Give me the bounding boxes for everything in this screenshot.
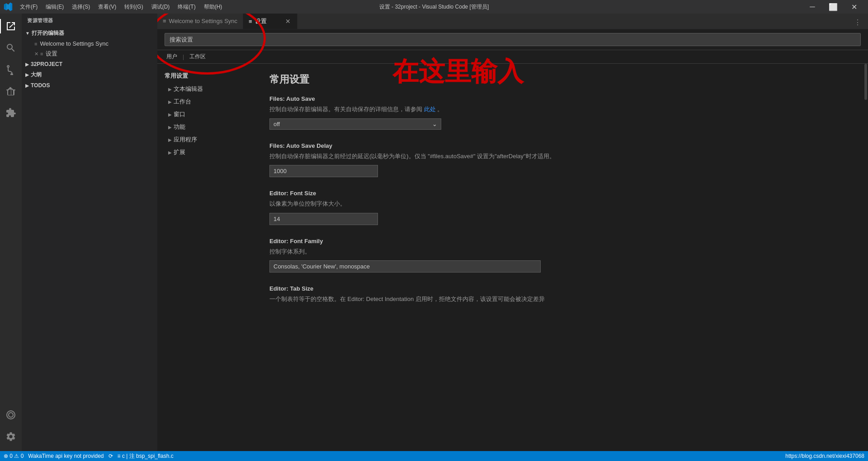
activity-bar xyxy=(0,14,22,451)
font-size-input[interactable] xyxy=(269,213,378,225)
nav-features-chevron: ▶ xyxy=(168,125,172,130)
nav-workbench[interactable]: ▶ 工作台 xyxy=(157,95,257,108)
nav-extensions-label: 扩展 xyxy=(174,148,185,156)
settings-search-input[interactable] xyxy=(165,33,861,46)
vscode-logo-icon xyxy=(4,2,13,11)
settings-file-icon: ≡ xyxy=(40,51,43,56)
nav-application-chevron: ▶ xyxy=(168,137,172,142)
title-bar: 文件(F) 编辑(E) 选择(S) 查看(V) 转到(G) 调试(D) 终端(T… xyxy=(0,0,868,14)
nav-features[interactable]: ▶ 功能 xyxy=(157,121,257,133)
nav-text-editor[interactable]: ▶ 文本编辑器 xyxy=(157,83,257,95)
font-family-input[interactable] xyxy=(269,260,541,273)
nav-features-label: 功能 xyxy=(174,123,185,131)
activity-source-control-icon[interactable] xyxy=(0,59,22,80)
open-editors-label: 打开的编辑器 xyxy=(32,29,64,37)
status-left: ⊗ 0 ⚠ 0 WakaTime api key not provided ⟳ … xyxy=(4,452,174,460)
outline-label: 大纲 xyxy=(31,71,42,79)
maximize-button[interactable]: ⬜ xyxy=(823,0,844,14)
font-family-desc: 控制字体系列。 xyxy=(269,247,851,256)
font-size-desc: 以像素为单位控制字体大小。 xyxy=(269,199,851,208)
menu-file[interactable]: 文件(F) xyxy=(16,2,41,12)
auto-save-delay-desc: 控制自动保存脏编辑器之前经过的延迟(以毫秒为单位)。仅当 "#files.aut… xyxy=(269,152,851,161)
settings-section-title: 常用设置 xyxy=(269,73,851,86)
status-wakatime[interactable]: WakaTime api key not provided xyxy=(28,453,104,459)
activity-explorer-icon[interactable] xyxy=(0,15,22,37)
open-editor-settings[interactable]: ✕ ≡ 设置 xyxy=(22,48,157,59)
setting-auto-save: Files: Auto Save 控制自动保存脏编辑器。有关自动保存的详细信息，… xyxy=(269,95,851,130)
menu-select[interactable]: 选择(S) xyxy=(68,2,94,12)
nav-window-label: 窗口 xyxy=(174,110,185,118)
status-right: https://blog.csdn.net/xiexi437068 xyxy=(785,453,864,459)
32project-chevron: ▶ xyxy=(25,62,29,67)
auto-save-delay-input[interactable] xyxy=(269,165,378,177)
open-editor-welcome[interactable]: ≡ Welcome to Settings Sync xyxy=(22,39,157,48)
auto-save-chevron-icon: ⌄ xyxy=(432,121,437,127)
todos-header[interactable]: ▶ TODOS xyxy=(22,80,157,90)
close-button[interactable]: ✕ xyxy=(844,0,864,14)
activity-extensions-icon[interactable] xyxy=(0,102,22,124)
filter-workspace[interactable]: 工作区 xyxy=(188,52,208,61)
activity-debug-icon[interactable] xyxy=(0,80,22,102)
welcome-tab-label: Welcome to Settings Sync xyxy=(169,18,238,24)
status-url[interactable]: https://blog.csdn.net/xiexi437068 xyxy=(785,453,864,459)
auto-save-link[interactable]: 此处 xyxy=(424,106,436,113)
activity-search-icon[interactable] xyxy=(0,37,22,59)
setting-font-family: Editor: Font Family 控制字体系列。 xyxy=(269,238,851,273)
status-sync-icon[interactable]: ⟳ xyxy=(108,453,113,459)
settings-search-bar xyxy=(157,29,868,50)
status-file-info[interactable]: ≡ c | 注 bsp_spi_flash.c xyxy=(118,452,174,460)
main-container: 资源管理器 ▼ 打开的编辑器 ≡ Welcome to Settings Syn… xyxy=(0,14,868,451)
setting-font-size: Editor: Font Size 以像素为单位控制字体大小。 xyxy=(269,190,851,225)
auto-save-desc: 控制自动保存脏编辑器。有关自动保存的详细信息，请参阅 此处 。 xyxy=(269,105,851,114)
tab-size-desc: 一个制表符等于的空格数。在 Editor: Detect Indentation… xyxy=(269,295,851,304)
settings-nav: 常用设置 ▶ 文本编辑器 ▶ 工作台 ▶ 窗口 ▶ 功 xyxy=(157,64,257,451)
activity-settings-icon[interactable] xyxy=(0,426,22,447)
32project-label: 32PROJECT xyxy=(31,61,62,67)
sidebar-title: 资源管理器 xyxy=(22,14,157,28)
menu-debug[interactable]: 调试(D) xyxy=(148,2,174,12)
settings-tab-icon: ≡ xyxy=(249,18,252,25)
tab-settings[interactable]: ≡ 设置 ✕ xyxy=(243,14,297,29)
nav-text-editor-chevron: ▶ xyxy=(168,87,172,92)
menu-bar: 文件(F) 编辑(E) 选择(S) 查看(V) 转到(G) 调试(D) 终端(T… xyxy=(16,2,226,12)
tab-bar: ≡ Welcome to Settings Sync ≡ 设置 ✕ ⋮ xyxy=(157,14,868,29)
settings-editor-name: 设置 xyxy=(46,50,57,58)
welcome-file-icon: ≡ xyxy=(34,41,37,47)
outline-header[interactable]: ▶ 大纲 xyxy=(22,69,157,80)
title-bar-title: 设置 - 32project - Visual Studio Code [管理员… xyxy=(379,3,489,11)
open-editors-header[interactable]: ▼ 打开的编辑器 xyxy=(22,28,157,39)
tab-settings-more-icon[interactable]: ⋮ xyxy=(851,15,864,29)
nav-application[interactable]: ▶ 应用程序 xyxy=(157,133,257,146)
open-editors-chevron: ▼ xyxy=(25,31,30,36)
settings-close-icon[interactable]: ✕ xyxy=(34,51,38,57)
auto-save-select[interactable]: off ⌄ xyxy=(269,118,441,130)
menu-edit[interactable]: 编辑(E) xyxy=(42,2,67,12)
auto-save-label: Files: Auto Save xyxy=(269,95,851,102)
status-bar: ⊗ 0 ⚠ 0 WakaTime api key not provided ⟳ … xyxy=(0,451,868,461)
settings-main: 常用设置 Files: Auto Save 控制自动保存脏编辑器。有关自动保存的… xyxy=(257,64,863,451)
settings-content: 常用设置 ▶ 文本编辑器 ▶ 工作台 ▶ 窗口 ▶ 功 xyxy=(157,64,868,451)
nav-window-chevron: ▶ xyxy=(168,112,172,117)
sidebar: 资源管理器 ▼ 打开的编辑器 ≡ Welcome to Settings Syn… xyxy=(22,14,157,451)
minimize-button[interactable]: ─ xyxy=(802,0,823,14)
menu-help[interactable]: 帮助(H) xyxy=(200,2,226,12)
activity-remote-icon[interactable] xyxy=(0,404,22,426)
32project-header[interactable]: ▶ 32PROJECT xyxy=(22,59,157,69)
tab-welcome[interactable]: ≡ Welcome to Settings Sync xyxy=(157,14,243,29)
menu-terminal[interactable]: 终端(T) xyxy=(174,2,199,12)
todos-label: TODOS xyxy=(31,82,50,89)
nav-extensions[interactable]: ▶ 扩展 xyxy=(157,146,257,159)
nav-extensions-chevron: ▶ xyxy=(168,150,172,155)
nav-window[interactable]: ▶ 窗口 xyxy=(157,108,257,121)
filter-user[interactable]: 用户 xyxy=(165,52,179,61)
scrollbar[interactable] xyxy=(863,64,868,451)
settings-tab-label: 设置 xyxy=(255,17,267,25)
font-size-label: Editor: Font Size xyxy=(269,190,851,197)
menu-view[interactable]: 查看(V) xyxy=(94,2,120,12)
status-errors[interactable]: ⊗ 0 ⚠ 0 xyxy=(4,453,24,459)
settings-panel: ≡ Welcome to Settings Sync ≡ 设置 ✕ ⋮ xyxy=(157,14,868,451)
menu-goto[interactable]: 转到(G) xyxy=(121,2,146,12)
settings-tab-close[interactable]: ✕ xyxy=(284,18,292,25)
editor-area: ≡ Welcome to Settings Sync ≡ 设置 ✕ ⋮ xyxy=(157,14,868,451)
settings-nav-header[interactable]: 常用设置 xyxy=(157,69,257,83)
